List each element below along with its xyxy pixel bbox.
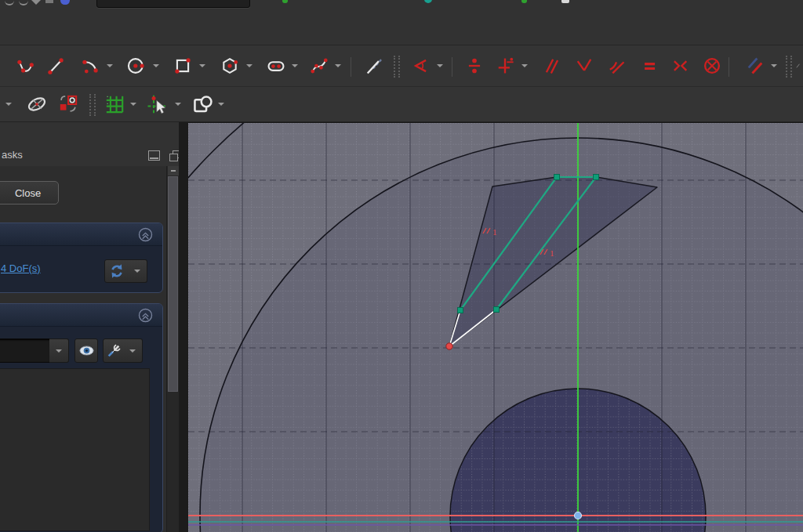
angle-constraint-icon: [410, 56, 431, 76]
equal-constraint-icon: [639, 56, 659, 76]
panel-scrollbar[interactable]: [166, 166, 180, 532]
dof-link[interactable]: 4 DoF(s): [1, 262, 41, 274]
scrollbar-up-button[interactable]: [168, 166, 179, 176]
coincident-constraint-icon: [464, 56, 485, 76]
toggle-snap-button[interactable]: [144, 92, 171, 116]
sketch-viewport[interactable]: 1 1: [188, 122, 803, 532]
arc-tool-button[interactable]: [78, 54, 102, 78]
wrench-screwdriver-icon: [106, 343, 122, 359]
circle-tool-dropdown[interactable]: [151, 54, 162, 78]
white-tool-icon[interactable]: [561, 0, 569, 3]
constrain-angle-dropdown[interactable]: [434, 54, 445, 78]
bspline-icon: [309, 56, 329, 76]
undo-icon[interactable]: [5, 0, 14, 5]
ellipse-cross-icon: [26, 93, 48, 115]
filter-dropdown[interactable]: [49, 338, 69, 363]
eye-icon: [78, 342, 95, 359]
arc-tool-dropdown[interactable]: [104, 54, 115, 78]
clone-icon: [57, 93, 79, 115]
rendering-order-icon: [191, 93, 213, 115]
ellipse-section-button[interactable]: [25, 92, 49, 116]
constrain-equal-button[interactable]: [638, 54, 661, 78]
solver-messages-header[interactable]: [0, 223, 162, 246]
redo-icon[interactable]: [19, 0, 28, 5]
clipped-tool-button[interactable]: [795, 54, 803, 78]
green-tool-icon[interactable]: [282, 0, 288, 3]
update-solver-button[interactable]: [104, 259, 129, 283]
blue-tool-icon[interactable]: [60, 0, 70, 5]
constrain-block-button[interactable]: [700, 54, 724, 78]
construction-line-button[interactable]: [362, 54, 386, 78]
close-button-label: Close: [15, 187, 41, 199]
symmetric-constraint-icon: [670, 56, 690, 76]
active-point[interactable]: [446, 343, 452, 349]
settings-dropdown[interactable]: [123, 338, 143, 363]
constrain-coincident-button[interactable]: [463, 54, 486, 78]
top-combo-box[interactable]: [96, 0, 250, 8]
scrollbar-thumb[interactable]: [168, 176, 178, 392]
constrain-angle-button[interactable]: [409, 54, 432, 78]
dropdown-arrow-icon[interactable]: [31, 0, 41, 5]
collapse-chevron-icon[interactable]: [138, 227, 153, 242]
polygon-tool-button[interactable]: [218, 54, 242, 78]
close-button[interactable]: Close: [0, 181, 59, 204]
dock-panel-icon[interactable]: [148, 150, 160, 161]
line-icon: [45, 56, 66, 76]
update-solver-dropdown[interactable]: [127, 259, 147, 283]
parallel-constraint-icon: [542, 56, 562, 76]
toggle-grid-button[interactable]: [103, 92, 126, 116]
collapse-chevron-icon[interactable]: [138, 308, 153, 323]
polyline-icon: [15, 56, 35, 76]
toolbar-separator: [351, 57, 351, 77]
toolbar-separator: [729, 57, 729, 77]
constrain-vertical-button[interactable]: [493, 54, 517, 78]
clipped-tool-icon: [795, 56, 803, 76]
clipped-dropdown[interactable]: [3, 92, 14, 116]
edit-controls-header[interactable]: [0, 304, 162, 327]
polyline-tool-button[interactable]: [13, 54, 37, 78]
green-tool-icon-2[interactable]: [521, 0, 527, 3]
tangent-constraint-icon: [606, 56, 627, 76]
toolbar-handle: [786, 56, 792, 78]
toggle-grid-dropdown[interactable]: [128, 92, 139, 116]
toggle-construction-button[interactable]: [743, 54, 767, 78]
constrain-symmetric-button[interactable]: [668, 54, 692, 78]
polygon-tool-dropdown[interactable]: [244, 54, 255, 78]
rectangle-tool-dropdown[interactable]: [197, 54, 208, 78]
line-tool-button[interactable]: [44, 54, 67, 78]
constrain-parallel-button[interactable]: [540, 54, 564, 78]
filter-combo-box[interactable]: [0, 338, 51, 363]
toggle-snap-dropdown[interactable]: [173, 92, 183, 116]
slot-tool-button[interactable]: [264, 54, 288, 78]
teal-tool-icon[interactable]: [424, 0, 432, 3]
toolbar-icon-fragment[interactable]: [45, 0, 53, 3]
slot-tool-dropdown[interactable]: [289, 54, 300, 78]
toggle-construction-dropdown[interactable]: [768, 54, 779, 78]
circle-tool-button[interactable]: [125, 54, 148, 78]
freecad-sketcher-window: { "panel": { "title": "asks", "close_lab…: [0, 0, 803, 532]
rectangle-tool-button[interactable]: [171, 54, 194, 78]
bspline-tool-button[interactable]: [307, 54, 331, 78]
visibility-button[interactable]: [74, 338, 98, 363]
constrain-perpendicular-button[interactable]: [572, 54, 596, 78]
circle-icon: [126, 56, 147, 76]
rendering-order-button[interactable]: [191, 92, 214, 116]
clone-button[interactable]: [56, 92, 80, 116]
bspline-tool-dropdown[interactable]: [332, 54, 343, 78]
constrain-tangent-button[interactable]: [605, 54, 628, 78]
block-constraint-icon: [702, 56, 722, 76]
rendering-order-dropdown[interactable]: [216, 92, 227, 116]
arc-icon: [80, 56, 100, 76]
solver-messages-section: 4 DoF(s): [0, 223, 163, 293]
snap-icon: [146, 93, 169, 115]
top-toolbar-strip: [0, 0, 803, 45]
refresh-icon: [109, 263, 125, 279]
sketch-canvas[interactable]: 1 1: [188, 123, 803, 532]
grid-icon: [104, 93, 125, 115]
origin-point[interactable]: [575, 512, 582, 519]
elements-list[interactable]: [0, 368, 150, 531]
settings-button[interactable]: [103, 338, 125, 363]
toolbar-handle: [89, 94, 96, 116]
constraint-label: 1: [550, 248, 554, 258]
constrain-vertical-dropdown[interactable]: [519, 54, 530, 78]
